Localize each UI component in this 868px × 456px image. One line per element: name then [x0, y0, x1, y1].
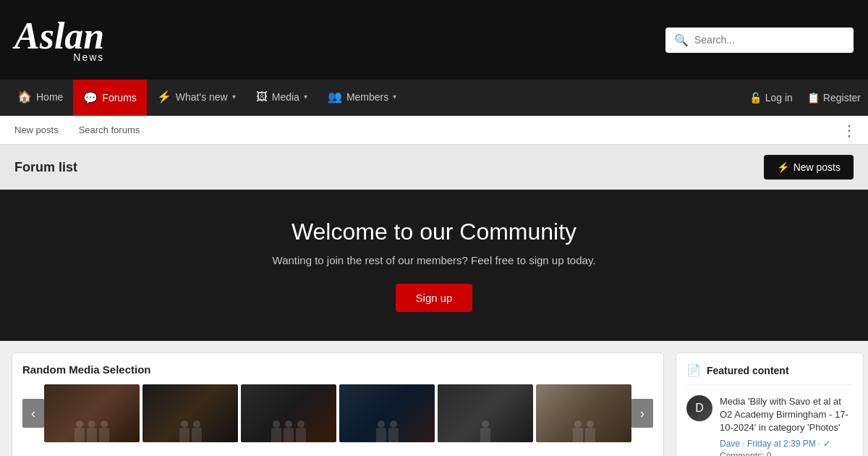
nav-label-home: Home — [36, 91, 63, 103]
subnav-search-forums[interactable]: Search forums — [76, 124, 143, 135]
new-posts-button[interactable]: ⚡ New posts — [764, 155, 854, 180]
media-thumbnail[interactable] — [339, 384, 435, 442]
media-thumbnail[interactable] — [241, 384, 336, 442]
carousel-prev-button[interactable]: ‹ — [22, 399, 44, 428]
featured-header: 📄 Featured content — [686, 363, 853, 385]
random-media-title: Random Media Selection — [22, 363, 653, 376]
welcome-heading: Welcome to our Community — [14, 219, 854, 245]
register-label: Register — [823, 92, 861, 104]
forum-list-header: Forum list ⚡ New posts — [0, 145, 868, 190]
lightning-icon: ⚡ — [777, 161, 789, 173]
featured-media-title[interactable]: Media 'Billy with Savo et al at O2 Acade… — [720, 395, 853, 435]
search-input[interactable] — [694, 34, 845, 46]
signup-button[interactable]: Sign up — [396, 284, 473, 312]
login-button[interactable]: 🔓 Log in — [749, 92, 793, 104]
media-thumbnail[interactable] — [44, 384, 140, 442]
search-icon: 🔍 — [674, 33, 689, 47]
nav-label-members: Members — [346, 91, 388, 103]
bottom-section: Random Media Selection ‹ — [0, 341, 868, 456]
featured-item: D Media 'Billy with Savo et al at O2 Aca… — [686, 395, 853, 456]
welcome-banner: Welcome to our Community Wanting to join… — [0, 190, 868, 341]
media-icon: 🖼 — [256, 90, 268, 104]
media-thumbnail[interactable] — [142, 384, 238, 442]
media-thumbnail[interactable] — [438, 384, 533, 442]
carousel-track — [44, 384, 631, 442]
members-icon: 👥 — [328, 90, 342, 104]
featured-meta: Dave · Friday at 2:39 PM · ✓ — [720, 439, 853, 449]
avatar-initial: D — [695, 402, 704, 415]
nav-label-forums: Forums — [102, 92, 136, 104]
nav-label-media: Media — [272, 91, 299, 103]
whats-new-icon: ⚡ — [157, 90, 171, 104]
register-button[interactable]: 📋 Register — [807, 92, 861, 104]
featured-author[interactable]: Dave — [720, 439, 740, 449]
subnav: New posts Search forums ⋮ — [0, 116, 868, 145]
search-box[interactable]: 🔍 — [665, 28, 854, 53]
navbar: 🏠 Home 💬 Forums ⚡ What's new ▾ 🖼 Media ▾… — [0, 80, 868, 116]
home-icon: 🏠 — [17, 90, 32, 104]
media-carousel: ‹ — [22, 384, 653, 442]
subnav-left: New posts Search forums — [12, 124, 142, 135]
forum-list-title: Forum list — [14, 160, 77, 175]
nav-item-whats-new[interactable]: ⚡ What's new ▾ — [147, 80, 246, 116]
chevron-down-icon-3: ▾ — [393, 93, 396, 101]
featured-item-text: Media 'Billy with Savo et al at O2 Acade… — [720, 395, 853, 456]
nav-item-home[interactable]: 🏠 Home — [7, 80, 73, 116]
nav-left: 🏠 Home 💬 Forums ⚡ What's new ▾ 🖼 Media ▾… — [7, 80, 407, 116]
featured-content-panel: 📄 Featured content D Media 'Billy with S… — [676, 352, 864, 456]
nav-item-members[interactable]: 👥 Members ▾ — [318, 80, 407, 116]
chevron-down-icon-2: ▾ — [304, 93, 307, 101]
featured-icon: 📄 — [686, 363, 701, 377]
featured-date: Friday at 2:39 PM — [747, 439, 816, 449]
nav-right: 🔓 Log in 📋 Register — [749, 80, 861, 116]
subnav-new-posts[interactable]: New posts — [12, 124, 61, 135]
featured-title: Featured content — [707, 365, 789, 376]
chevron-down-icon: ▾ — [232, 93, 236, 101]
media-thumbnail[interactable] — [536, 384, 631, 442]
register-icon: 📋 — [807, 92, 820, 104]
header: Aslan News 🔍 — [0, 0, 868, 80]
featured-comments: Comments: 0 — [720, 451, 853, 456]
carousel-next-button[interactable]: › — [631, 399, 653, 428]
login-label: Log in — [765, 92, 793, 104]
login-icon: 🔓 — [749, 92, 762, 104]
random-media-panel: Random Media Selection ‹ — [12, 352, 664, 456]
logo-text: Aslan — [14, 17, 104, 55]
welcome-subtext: Wanting to join the rest of our members?… — [14, 254, 854, 266]
avatar: D — [686, 395, 712, 421]
forums-icon: 💬 — [83, 91, 98, 105]
nav-label-whats-new: What's new — [176, 91, 228, 103]
nav-item-forums[interactable]: 💬 Forums — [73, 80, 146, 116]
new-posts-btn-label: New posts — [793, 161, 841, 173]
verified-icon: ✓ — [823, 439, 830, 449]
logo[interactable]: Aslan News — [14, 17, 104, 63]
more-options-icon[interactable]: ⋮ — [842, 123, 856, 138]
nav-item-media[interactable]: 🖼 Media ▾ — [246, 80, 318, 116]
